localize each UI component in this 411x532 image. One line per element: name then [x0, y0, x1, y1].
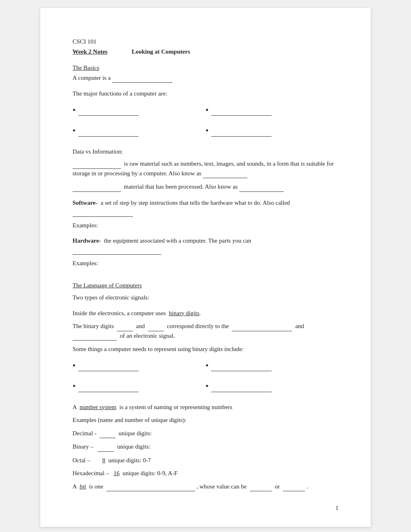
document-page: CSCI 101 Week 2 Notes Looking at Compute… — [40, 8, 371, 527]
bullet-5: • — [73, 358, 206, 376]
language-section: The Language of Computers Two types of e… — [73, 281, 338, 302]
bullet-dot-8: • — [206, 382, 209, 391]
major-functions-section: The major functions of a computer are: •… — [73, 89, 338, 141]
hardware-examples: Examples: — [73, 259, 338, 268]
data-vs-info-section: Data vs Information: is raw material suc… — [73, 147, 338, 192]
binary-line: Binary – unique digits: — [73, 442, 338, 452]
data-line1: is raw material such as numbers, text, i… — [73, 159, 338, 178]
binary-line2: The binary digits and correspond directl… — [73, 322, 338, 341]
examples-unique: Examples (name and number of unique digi… — [73, 416, 338, 425]
header-title-row: Week 2 Notes Looking at Computers — [73, 47, 338, 56]
looking-at-label: Looking at Computers — [132, 47, 190, 56]
page-number: 1 — [336, 503, 339, 513]
software-examples: Examples: — [73, 221, 338, 230]
bit-line: A bit is one , whose value can be or . — [73, 482, 338, 492]
bullet-1: • — [73, 102, 206, 120]
data-line2: material that has been processed. Also k… — [73, 182, 338, 192]
octal-line: Octal – 8 unique digits: 0-7 — [73, 456, 338, 465]
bullet-dot-1: • — [73, 106, 76, 114]
bit-term: bit — [80, 483, 86, 490]
week-notes-label: Week 2 Notes — [73, 47, 108, 56]
bullets-row-1: • • — [73, 102, 338, 120]
software-section: Software- a set of step by step instruct… — [73, 198, 338, 230]
binary-line1: Inside the electronics, a computer uses … — [73, 309, 338, 318]
bullet-dot-5: • — [73, 361, 76, 370]
bullet-dot-4: • — [206, 126, 209, 135]
language-title: The Language of Computers — [73, 281, 338, 290]
basics-section: The Basics A computer is a — [73, 63, 338, 83]
bullets-row-2: • • — [73, 123, 338, 141]
some-things-text: Some things a computer needs to represen… — [73, 345, 338, 354]
bullet-dot-2: • — [206, 106, 209, 114]
decimal-line: Decimal - unique digits: — [73, 429, 338, 438]
hardware-section: Hardware- the equipment associated with … — [73, 236, 338, 268]
number-system-term: number system — [80, 404, 116, 410]
bullet-dot-7: • — [73, 382, 76, 391]
binary-section: Inside the electronics, a computer uses … — [73, 309, 338, 396]
course-label: CSCI 101 — [73, 37, 338, 46]
bullet-dot-6: • — [206, 361, 209, 370]
bullet-8: • — [206, 378, 338, 396]
bullets-row-4: • • — [73, 378, 338, 396]
hex-num: 16 — [114, 470, 120, 476]
bullet-dot-3: • — [73, 126, 76, 135]
bullets-row-3: • • — [73, 358, 338, 376]
bullet-2: • — [206, 102, 338, 120]
computer-is-text: A computer is a — [73, 73, 338, 83]
bullet-3: • — [73, 123, 206, 141]
number-system-section: A number system is a system of naming or… — [73, 403, 338, 492]
binary-digits-text: binary digits — [169, 310, 199, 316]
bullet-4: • — [206, 123, 338, 141]
hardware-text: Hardware- the equipment associated with … — [73, 236, 338, 255]
bullet-7: • — [73, 378, 206, 396]
major-functions-text: The major functions of a computer are: — [73, 89, 338, 98]
number-system-def: A number system is a system of naming or… — [73, 403, 338, 412]
octal-num: 8 — [102, 457, 106, 463]
hex-line: Hexadecimal – 16 unique digits: 0-9, A-F — [73, 469, 338, 478]
software-text: Software- a set of step by step instruct… — [73, 198, 338, 217]
basics-title: The Basics — [73, 63, 338, 73]
bullet-6: • — [206, 358, 338, 376]
two-types-text: Two types of electronic signals: — [73, 293, 338, 302]
data-vs-info-label: Data vs Information: — [73, 147, 338, 156]
